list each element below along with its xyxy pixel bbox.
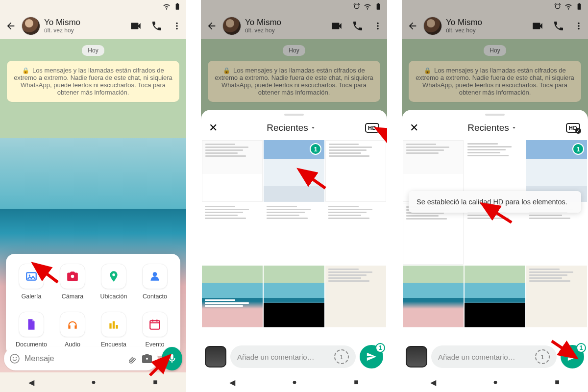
album-dropdown[interactable]: Recientes — [467, 122, 517, 133]
media-thumb[interactable] — [325, 266, 386, 327]
attach-item-label: Contacto — [143, 293, 167, 300]
last-seen: últ. vez hoy — [44, 27, 125, 34]
camera-icon[interactable] — [141, 353, 153, 365]
panel-2-gallery-picker: Yo Mismo últ. vez hoy Hoy 🔒 Los mensajes… — [201, 0, 387, 392]
nav-home[interactable]: ● — [91, 378, 96, 387]
sheet-grabber[interactable] — [485, 114, 505, 116]
close-button[interactable]: ✕ — [209, 122, 218, 134]
selection-badge: 1 — [310, 143, 321, 155]
nav-home[interactable]: ● — [493, 378, 498, 387]
send-button[interactable]: 1 — [561, 345, 584, 368]
svg-point-15 — [146, 358, 148, 360]
gallery-picker: ✕ Recientes HD 1 — [201, 110, 387, 372]
nav-recents[interactable]: ■ — [354, 378, 359, 387]
attach-icon[interactable] — [126, 353, 137, 364]
send-button[interactable]: 1 — [360, 345, 383, 368]
comment-placeholder: Añade un comentario… — [438, 353, 515, 361]
media-thumb[interactable] — [403, 266, 464, 327]
svg-rect-7 — [116, 325, 118, 329]
voice-call-button[interactable] — [151, 20, 163, 32]
encryption-banner[interactable]: 🔒 Los mensajes y las llamadas están cifr… — [7, 61, 179, 102]
attach-item-evento[interactable]: Evento — [134, 312, 175, 348]
comment-bar: Añade un comentario… 1 1 — [205, 345, 383, 368]
media-thumb[interactable] — [325, 140, 386, 202]
album-label: Recientes — [467, 122, 509, 133]
selected-thumb[interactable] — [406, 346, 427, 368]
sticker-icon[interactable] — [9, 353, 21, 365]
media-thumb[interactable] — [526, 266, 587, 327]
attach-item-encuesta[interactable]: Encuesta — [93, 312, 134, 348]
hd-quality-button[interactable]: HD — [566, 123, 580, 133]
nav-back[interactable]: ◀ — [28, 378, 34, 387]
media-thumb[interactable] — [202, 140, 263, 202]
media-thumb[interactable] — [465, 266, 525, 327]
media-grid: 1 — [201, 140, 387, 372]
back-button[interactable] — [4, 19, 18, 33]
calendar-icon — [148, 318, 161, 331]
media-thumb[interactable] — [325, 203, 386, 265]
nav-back[interactable]: ◀ — [430, 378, 436, 387]
comment-box[interactable]: Añade un comentario… 1 — [230, 345, 356, 368]
nav-recents[interactable]: ■ — [153, 378, 158, 387]
hd-quality-button[interactable]: HD — [365, 123, 379, 133]
album-dropdown[interactable]: Recientes — [267, 122, 316, 133]
svg-point-4 — [153, 272, 157, 276]
svg-rect-6 — [113, 321, 115, 329]
attach-item-galería[interactable]: Galería — [11, 264, 52, 300]
status-bar — [0, 0, 186, 13]
message-input[interactable] — [24, 354, 122, 363]
view-once-button[interactable]: 1 — [334, 349, 349, 364]
attach-item-ubicación[interactable]: Ubicación — [93, 264, 134, 300]
pin-icon — [107, 270, 120, 283]
mic-button[interactable] — [162, 347, 182, 370]
person-icon — [148, 270, 161, 283]
attach-item-audio[interactable]: Audio — [52, 312, 93, 348]
attachment-sheet: GaleríaCámaraUbicaciónContactoDocumentoA… — [6, 254, 180, 356]
svg-point-3 — [112, 273, 115, 276]
media-thumb[interactable] — [202, 266, 263, 327]
attach-item-contacto[interactable]: Contacto — [134, 264, 175, 300]
doc-icon — [25, 318, 38, 331]
chevron-down-icon — [310, 125, 316, 131]
attach-item-label: Ubicación — [100, 293, 127, 300]
contact-name: Yo Mismo — [44, 18, 125, 27]
svg-rect-5 — [109, 323, 111, 329]
close-button[interactable]: ✕ — [410, 122, 418, 134]
chat-header: Yo Mismo últ. vez hoy — [0, 13, 186, 39]
nav-home[interactable]: ● — [292, 378, 297, 387]
camera-icon — [66, 270, 79, 283]
chat-title-block[interactable]: Yo Mismo últ. vez hoy — [44, 18, 125, 34]
send-count-badge: 1 — [375, 343, 385, 353]
sheet-grabber[interactable] — [284, 114, 304, 116]
nav-back[interactable]: ◀ — [229, 378, 235, 387]
message-box[interactable] — [4, 347, 158, 370]
gallery-picker: ✕ Recientes HD 1 — [402, 110, 588, 372]
android-nav: ◀ ● ■ — [0, 372, 186, 392]
svg-point-12 — [10, 354, 19, 363]
send-count-badge: 1 — [576, 343, 586, 353]
avatar[interactable] — [22, 17, 40, 35]
svg-point-13 — [13, 357, 14, 358]
android-nav: ◀ ● ■ — [402, 372, 588, 392]
media-thumb[interactable] — [264, 203, 324, 265]
image-icon — [25, 270, 38, 283]
panel-3-hd-confirmed: Yo Mismo últ. vez hoy Hoy 🔒 Los mensajes… — [402, 0, 588, 392]
media-thumb[interactable] — [264, 266, 324, 327]
panel-1-attachment-menu: Yo Mismo últ. vez hoy Hoy 🔒 Los mensajes… — [0, 0, 186, 392]
selected-thumb[interactable] — [205, 346, 226, 368]
attach-item-documento[interactable]: Documento — [11, 312, 52, 348]
album-label: Recientes — [267, 122, 308, 133]
comment-box[interactable]: Añade un comentario… 1 — [431, 345, 557, 368]
battery-icon — [173, 2, 181, 10]
view-once-button[interactable]: 1 — [535, 349, 550, 364]
svg-rect-8 — [150, 320, 160, 329]
video-call-button[interactable] — [129, 20, 142, 32]
media-thumb[interactable]: 1 — [264, 140, 324, 202]
chevron-down-icon — [511, 125, 517, 131]
poll-icon — [107, 318, 120, 331]
nav-recents[interactable]: ■ — [555, 378, 560, 387]
media-thumb[interactable] — [202, 203, 263, 265]
more-options-button[interactable] — [172, 21, 182, 31]
attach-item-cámara[interactable]: Cámara — [52, 264, 93, 300]
svg-point-1 — [29, 274, 30, 276]
